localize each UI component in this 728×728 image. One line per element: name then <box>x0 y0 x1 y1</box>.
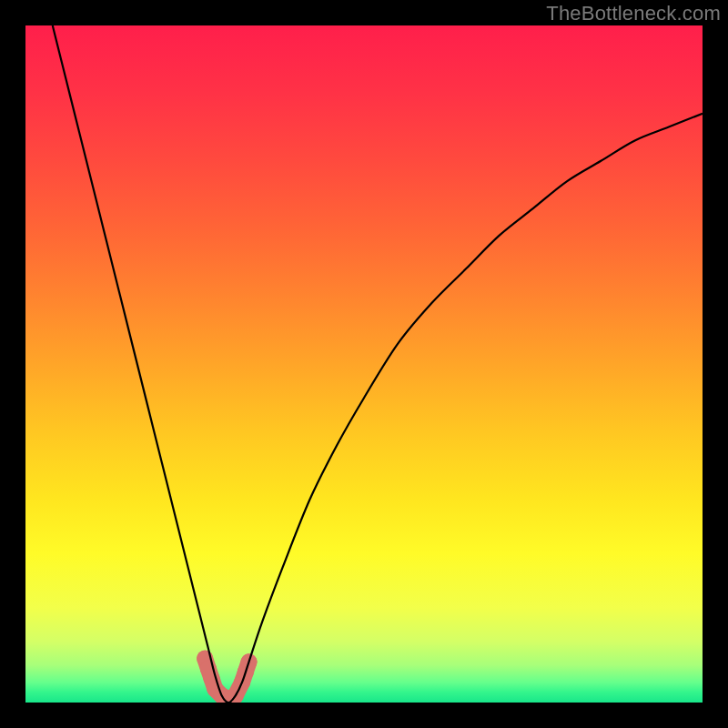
plot-area <box>25 25 703 703</box>
bottleneck-curve <box>53 25 703 703</box>
chart-frame: TheBottleneck.com <box>0 0 728 728</box>
watermark-text: TheBottleneck.com <box>546 2 721 25</box>
highlight-markers <box>197 651 257 703</box>
plot-overlay <box>25 25 703 703</box>
